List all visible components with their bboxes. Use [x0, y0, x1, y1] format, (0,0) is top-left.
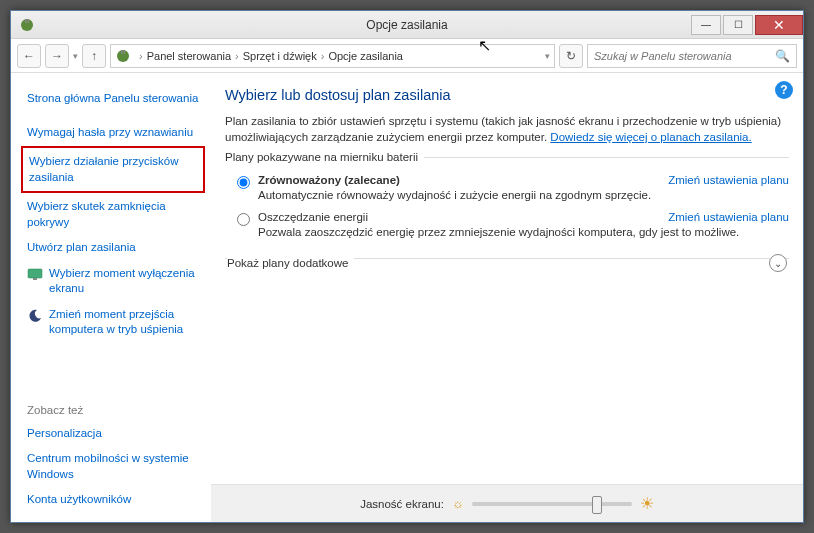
svg-rect-6	[28, 269, 42, 278]
sidebar-item-create-plan[interactable]: Utwórz plan zasilania	[27, 236, 199, 260]
brightness-slider[interactable]	[472, 502, 632, 506]
sun-bright-icon: ☀	[640, 494, 654, 513]
power-options-window: ↖ Opcje zasilania — ☐ ✕ ← → ▾ ↑ › Panel …	[10, 10, 804, 523]
svg-point-3	[117, 50, 129, 62]
forward-button[interactable]: →	[45, 44, 69, 68]
chevron-right-icon: ›	[321, 50, 325, 62]
groupbox-label: Plany pokazywane na mierniku baterii	[225, 151, 424, 163]
sidebar: Strona główna Panelu sterowania Wymagaj …	[11, 73, 211, 522]
sidebar-seealso-personalization[interactable]: Personalizacja	[27, 422, 199, 446]
svg-rect-1	[25, 19, 27, 23]
sidebar-home-link[interactable]: Strona główna Panelu sterowania	[27, 87, 199, 111]
main-panel: ? Wybierz lub dostosuj plan zasilania Pl…	[211, 73, 803, 522]
back-button[interactable]: ←	[17, 44, 41, 68]
sidebar-item-power-buttons[interactable]: Wybierz działanie przycisków zasilania	[21, 146, 205, 193]
moon-icon	[27, 308, 43, 324]
learn-more-link[interactable]: Dowiedz się więcej o planach zasilania.	[550, 131, 751, 143]
sidebar-item-require-password[interactable]: Wymagaj hasła przy wznawianiu	[27, 121, 199, 145]
power-plan-saver: Oszczędzanie energii Zmień ustawienia pl…	[237, 211, 789, 238]
minimize-button[interactable]: —	[691, 15, 721, 35]
plan-name: Zrównoważony (zalecane)	[258, 174, 400, 186]
sidebar-seealso-header: Zobacz też	[27, 404, 199, 416]
brightness-bar: Jasność ekranu: ☼ ☀	[211, 484, 803, 522]
titlebar: Opcje zasilania — ☐ ✕	[11, 11, 803, 39]
history-dropdown-icon[interactable]: ▾	[73, 51, 78, 61]
chevron-right-icon: ›	[139, 50, 143, 62]
window-title: Opcje zasilania	[366, 18, 447, 32]
power-plan-balanced: Zrównoważony (zalecane) Zmień ustawienia…	[237, 174, 789, 201]
svg-rect-2	[28, 19, 30, 23]
chevron-down-icon: ⌄	[769, 254, 787, 272]
breadcrumb-item[interactable]: Panel sterowania	[147, 50, 231, 62]
monitor-icon	[27, 267, 43, 283]
maximize-button[interactable]: ☐	[723, 15, 753, 35]
sidebar-seealso-mobility[interactable]: Centrum mobilności w systemie Windows	[27, 447, 199, 486]
brightness-label: Jasność ekranu:	[360, 498, 444, 510]
search-input[interactable]	[594, 50, 775, 62]
search-box[interactable]: 🔍	[587, 44, 797, 68]
change-plan-settings-link[interactable]: Zmień ustawienia planu	[668, 174, 789, 186]
breadcrumb-dropdown-icon[interactable]: ▾	[545, 51, 550, 61]
sidebar-seealso-accounts[interactable]: Konta użytkowników	[27, 488, 199, 512]
content-area: Strona główna Panelu sterowania Wymagaj …	[11, 73, 803, 522]
chevron-right-icon: ›	[235, 50, 239, 62]
navbar: ← → ▾ ↑ › Panel sterowania › Sprzęt i dź…	[11, 39, 803, 73]
close-button[interactable]: ✕	[755, 15, 803, 35]
search-icon[interactable]: 🔍	[775, 49, 790, 63]
help-icon[interactable]: ?	[775, 81, 793, 99]
plan-desc: Automatycznie równoważy wydajność i zuży…	[258, 189, 789, 201]
svg-rect-5	[124, 50, 126, 54]
plan-radio-saver[interactable]	[237, 213, 250, 226]
sidebar-item-display-off[interactable]: Wybierz moment wyłączenia ekranu	[27, 262, 199, 301]
plan-radio-balanced[interactable]	[237, 176, 250, 189]
plans-groupbox: Plany pokazywane na mierniku baterii Zró…	[225, 157, 789, 248]
sun-dim-icon: ☼	[452, 496, 464, 511]
breadcrumb-item[interactable]: Opcje zasilania	[328, 50, 403, 62]
up-button[interactable]: ↑	[82, 44, 106, 68]
plan-desc: Pozwala zaoszczędzić energię przez zmnie…	[258, 226, 789, 238]
svg-rect-7	[33, 278, 37, 280]
svg-point-0	[21, 19, 33, 31]
refresh-button[interactable]: ↻	[559, 44, 583, 68]
sidebar-item-lid-close[interactable]: Wybierz skutek zamknięcia pokrywy	[27, 195, 199, 234]
show-additional-plans-toggle[interactable]: Pokaż plany dodatkowe ⌄	[225, 258, 789, 285]
page-title: Wybierz lub dostosuj plan zasilania	[225, 87, 789, 103]
page-description: Plan zasilania to zbiór ustawień sprzętu…	[225, 113, 789, 145]
breadcrumb-item[interactable]: Sprzęt i dźwięk	[243, 50, 317, 62]
breadcrumb-icon	[115, 48, 131, 64]
slider-thumb[interactable]	[592, 496, 602, 514]
breadcrumb[interactable]: › Panel sterowania › Sprzęt i dźwięk › O…	[110, 44, 555, 68]
plan-name: Oszczędzanie energii	[258, 211, 368, 223]
change-plan-settings-link[interactable]: Zmień ustawienia planu	[668, 211, 789, 223]
sidebar-item-sleep[interactable]: Zmień moment przejścia komputera w tryb …	[27, 303, 199, 342]
app-icon	[19, 17, 35, 33]
svg-rect-4	[121, 50, 123, 54]
